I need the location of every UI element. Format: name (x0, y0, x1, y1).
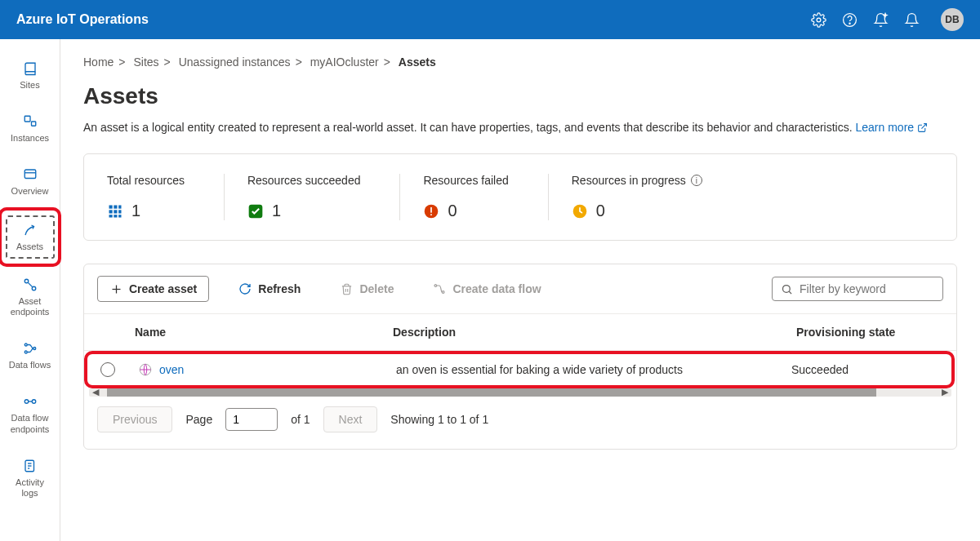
svg-rect-24 (118, 210, 121, 213)
sidebar-item-data-flows[interactable]: Data flows (0, 329, 60, 382)
breadcrumb-cluster[interactable]: myAIOcluster (310, 55, 379, 69)
bell-icon[interactable] (903, 11, 920, 28)
trash-icon (340, 282, 353, 295)
assets-table-card: Create asset Refresh Delete Create data … (83, 264, 957, 450)
app-header: Azure IoT Operations DB (0, 0, 980, 39)
th-description[interactable]: Description (393, 326, 796, 339)
stat-progress: Resources in progress i 0 (572, 174, 702, 220)
svg-rect-22 (109, 210, 113, 213)
flow-icon (433, 282, 446, 295)
filter-input-wrapper[interactable] (772, 277, 943, 301)
stats-card: Total resources 1 Resources succeeded 1 … (83, 153, 957, 241)
svg-rect-27 (118, 215, 121, 217)
user-avatar[interactable]: DB (941, 8, 964, 31)
asset-icon (22, 222, 38, 238)
refresh-button[interactable]: Refresh (229, 277, 310, 300)
row-select-radio[interactable] (100, 362, 115, 377)
failed-icon (423, 203, 439, 220)
main-content: Home> Sites> Unassigned instances> myAIO… (60, 39, 980, 541)
svg-point-2 (849, 23, 849, 24)
refresh-icon (238, 282, 252, 295)
info-icon[interactable]: i (691, 175, 702, 186)
sidebar-item-asset-endpoints[interactable]: Asset endpoints (0, 265, 60, 329)
th-name[interactable]: Name (131, 326, 393, 339)
svg-point-8 (32, 286, 36, 290)
instances-icon (22, 113, 38, 130)
breadcrumb-current: Assets (399, 55, 436, 69)
breadcrumb: Home> Sites> Unassigned instances> myAIO… (83, 55, 957, 69)
svg-rect-26 (114, 215, 117, 217)
learn-more-link[interactable]: Learn more (856, 121, 928, 134)
page-number-input[interactable] (225, 408, 278, 431)
svg-line-38 (789, 291, 791, 294)
search-icon (781, 283, 793, 295)
svg-point-11 (33, 348, 35, 350)
stat-succeeded: Resources succeeded 1 (247, 174, 401, 220)
sidebar-item-overview[interactable]: Overview (0, 155, 60, 208)
page-title: Assets (83, 83, 957, 109)
breadcrumb-sites[interactable]: Sites (133, 55, 158, 69)
svg-rect-3 (24, 116, 30, 122)
asset-row-icon (138, 362, 153, 377)
sidebar-nav: Sites Instances Overview Assets Asset en… (0, 39, 60, 541)
table-header: Name Description Provisioning state (84, 314, 956, 351)
book-icon (22, 60, 38, 77)
row-description: an oven is essential for baking a wide v… (396, 363, 791, 376)
svg-point-37 (783, 285, 791, 292)
page-of: of 1 (291, 413, 310, 426)
table-row[interactable]: oven an oven is essential for baking a w… (87, 354, 951, 385)
svg-point-0 (817, 18, 821, 22)
sidebar-item-sites[interactable]: Sites (0, 49, 60, 102)
header-actions: DB (810, 8, 964, 31)
breadcrumb-unassigned[interactable]: Unassigned instances (179, 55, 291, 69)
svg-rect-25 (109, 215, 113, 217)
horizontal-scrollbar[interactable]: ◀▶ (89, 388, 951, 397)
page-description: An asset is a logical entity created to … (83, 121, 957, 134)
endpoints-icon (22, 277, 38, 293)
create-asset-button[interactable]: Create asset (97, 276, 209, 302)
toolbar: Create asset Refresh Delete Create data … (84, 264, 956, 314)
sparkle-bell-icon[interactable] (872, 11, 889, 28)
sidebar-item-data-flow-endpoints[interactable]: Data flow endpoints (0, 382, 60, 446)
pagination: Previous Page of 1 Next Showing 1 to 1 o… (84, 406, 956, 432)
dataflows-icon (22, 340, 38, 357)
plus-icon (109, 282, 122, 295)
svg-rect-21 (118, 205, 121, 208)
svg-rect-23 (114, 210, 117, 213)
clock-icon (572, 203, 588, 220)
th-provisioning[interactable]: Provisioning state (796, 326, 943, 339)
svg-point-10 (24, 351, 27, 353)
asset-link[interactable]: oven (159, 363, 184, 376)
svg-rect-5 (24, 170, 36, 179)
svg-rect-4 (31, 122, 35, 126)
svg-point-12 (24, 400, 29, 404)
svg-point-7 (24, 279, 29, 283)
page-label: Page (185, 413, 212, 426)
svg-rect-19 (109, 205, 113, 208)
logs-icon (22, 458, 38, 474)
svg-rect-20 (114, 205, 117, 208)
sidebar-item-activity-logs[interactable]: Activity logs (0, 446, 60, 510)
row-provisioning: Succeeded (791, 363, 938, 376)
help-icon[interactable] (841, 11, 858, 28)
previous-button: Previous (97, 406, 172, 432)
stat-failed: Resources failed 0 (423, 174, 548, 220)
success-icon (247, 203, 264, 220)
next-button: Next (323, 406, 378, 432)
stat-total: Total resources 1 (107, 174, 225, 220)
overview-icon (22, 166, 38, 183)
delete-button: Delete (330, 277, 403, 300)
svg-rect-30 (431, 207, 433, 213)
filter-input[interactable] (800, 282, 934, 295)
svg-rect-31 (431, 214, 433, 215)
breadcrumb-home[interactable]: Home (83, 55, 114, 69)
svg-point-9 (24, 344, 27, 346)
svg-point-36 (443, 291, 445, 294)
sidebar-item-instances[interactable]: Instances (0, 102, 60, 155)
svg-point-35 (434, 285, 437, 287)
settings-icon[interactable] (810, 11, 826, 28)
svg-point-13 (32, 400, 36, 404)
create-dataflow-button: Create data flow (423, 277, 550, 300)
sidebar-item-assets[interactable]: Assets (0, 209, 60, 265)
svg-line-18 (921, 124, 926, 129)
